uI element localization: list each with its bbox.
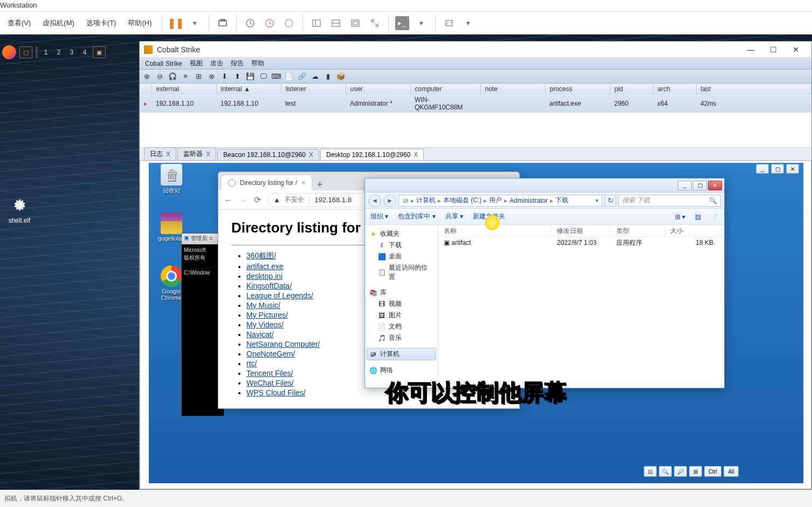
col-user[interactable]: user — [346, 84, 410, 94]
zoom-in-icon[interactable]: 🔎 — [674, 466, 687, 477]
back-button[interactable]: ← — [224, 195, 232, 205]
col-process[interactable]: process — [545, 84, 610, 94]
sidebar-desktop[interactable]: 🟦桌面 — [367, 251, 436, 262]
directory-link[interactable]: OneNoteGem/ — [246, 350, 295, 358]
app-icon[interactable]: ▣ — [93, 46, 106, 58]
workspace-2[interactable]: 2 — [54, 46, 64, 58]
clock-icon[interactable] — [243, 16, 257, 30]
cloud-icon[interactable]: ☁ — [310, 72, 320, 81]
col-pid[interactable]: pid — [610, 84, 653, 94]
cs-menu-report[interactable]: 报告 — [229, 58, 246, 69]
col-internal[interactable]: internal ▲ — [216, 84, 281, 94]
directory-link[interactable]: Navicat/ — [246, 330, 274, 339]
ctrl-button[interactable]: Ctrl — [704, 466, 721, 477]
workspace-3[interactable]: 3 — [67, 46, 77, 58]
package-icon[interactable]: 📦 — [336, 72, 346, 81]
grid-icon[interactable]: ⊞ — [194, 72, 203, 81]
snapshot-icon[interactable] — [216, 16, 230, 30]
target-icon[interactable]: ⊗ — [207, 72, 216, 81]
clock-back-icon[interactable] — [263, 16, 277, 30]
close-icon[interactable]: X — [414, 151, 418, 159]
directory-link[interactable]: 360截图/ — [246, 251, 276, 260]
col-type[interactable]: 类型 — [611, 225, 665, 236]
desktop-icon-shell[interactable]: shell.elf — [3, 196, 36, 224]
minimize-button[interactable]: _ — [678, 181, 692, 190]
tab-desktop[interactable]: Desktop 192.168.1.10@2960X — [320, 149, 424, 160]
fullscreen-icon[interactable] — [348, 16, 362, 30]
layout2-icon[interactable] — [329, 16, 343, 30]
server-icon[interactable]: ▮ — [323, 72, 333, 81]
workspace-4[interactable]: 4 — [80, 46, 90, 58]
firefox-icon[interactable] — [2, 45, 16, 59]
dropdown-icon[interactable]: ▾ — [188, 16, 202, 30]
col-listener[interactable]: listener — [281, 84, 346, 94]
beacon-row[interactable]: ▸ 192.168.1.10 192.168.1.10 test Adminis… — [140, 94, 811, 113]
rd-close[interactable]: ✕ — [786, 164, 799, 174]
keyboard-icon[interactable]: ⌨ — [271, 72, 281, 81]
breadcrumb[interactable]: 🖳 ▸ 计算机▸ 本地磁盘 (C:)▸ 用户▸ Administrator▸ 下… — [398, 195, 602, 207]
all-button[interactable]: All — [724, 466, 739, 477]
vm-menu-view[interactable]: 查看(V) — [2, 16, 36, 30]
network-group[interactable]: 🌐网络 — [367, 365, 436, 376]
directory-link[interactable]: desktop.ini — [246, 272, 283, 280]
file-icon[interactable]: 📄 — [284, 72, 294, 81]
directory-link[interactable]: KingsoftData/ — [246, 282, 292, 290]
directory-link[interactable]: WeChat Files/ — [246, 379, 294, 387]
directory-link[interactable]: My Videos/ — [246, 320, 284, 329]
clock-manage-icon[interactable] — [282, 16, 296, 30]
col-date[interactable]: 修改日期 — [552, 225, 611, 236]
directory-link[interactable]: My Music/ — [246, 301, 280, 310]
save-icon[interactable]: 💾 — [245, 72, 255, 81]
tab-beacon[interactable]: Beacon 192.168.1.10@2960X — [217, 149, 319, 160]
sidebar-videos[interactable]: 🎞视频 — [367, 298, 436, 310]
close-icon[interactable]: X — [309, 151, 313, 159]
col-computer[interactable]: computer — [410, 84, 480, 94]
disconnect-icon[interactable]: ⊖ — [155, 72, 164, 81]
link-icon[interactable]: 🔗 — [297, 72, 307, 81]
col-arch[interactable]: arch — [653, 84, 696, 94]
zoom-fit-icon[interactable]: ⊡ — [644, 466, 657, 477]
workspace-1[interactable]: 1 — [41, 46, 51, 58]
sidebar-music[interactable]: 🎵音乐 — [367, 332, 436, 344]
col-size[interactable]: 大小 — [665, 225, 724, 236]
vm-menu-help[interactable]: 帮助(H) — [122, 16, 157, 30]
tab-log[interactable]: 日志X — [144, 147, 176, 160]
col-note[interactable]: note — [480, 84, 545, 94]
directory-link[interactable]: My Pictures/ — [246, 311, 288, 319]
dropdown-icon[interactable]: ▾ — [415, 16, 429, 30]
cs-menu-attack[interactable]: 攻击 — [208, 58, 225, 69]
reload-button[interactable]: ⟳ — [254, 195, 261, 205]
cs-menu-main[interactable]: Cobalt Strike — [143, 59, 184, 68]
library-group[interactable]: 📚库 — [367, 287, 436, 298]
headset-icon[interactable]: 🎧 — [168, 72, 177, 81]
maximize-button[interactable]: ☐ — [762, 42, 785, 57]
directory-link[interactable]: League of Legends/ — [246, 291, 313, 300]
col-external[interactable]: external — [152, 84, 216, 94]
include-button[interactable]: 包含到库中 ▾ — [398, 212, 435, 221]
share-button[interactable]: 共享 ▾ — [445, 212, 463, 221]
list-icon[interactable]: ≡ — [181, 72, 190, 81]
close-icon[interactable]: × — [301, 179, 305, 187]
vm-menu-vm[interactable]: 虚拟机(M) — [37, 16, 80, 30]
stretch-icon[interactable] — [442, 16, 456, 30]
connect-icon[interactable]: ⊕ — [142, 72, 152, 81]
minimize-button[interactable]: — — [739, 42, 762, 57]
sidebar-pictures[interactable]: 🖼图片 — [367, 310, 436, 321]
zoom-100-icon[interactable]: ⊞ — [689, 466, 702, 477]
maximize-button[interactable]: ▢ — [693, 181, 707, 190]
unity-icon[interactable] — [368, 16, 382, 30]
cs-menu-view[interactable]: 视图 — [188, 58, 205, 69]
browser-tab[interactable]: Directory listing for / × — [222, 175, 312, 190]
directory-link[interactable]: WPS Cloud Files/ — [246, 388, 306, 397]
close-button[interactable]: ✕ — [785, 42, 807, 57]
terminal-icon[interactable]: ▢ — [19, 46, 32, 58]
sidebar-documents[interactable]: 📄文档 — [367, 321, 436, 332]
close-icon[interactable]: X — [206, 150, 210, 158]
sidebar-downloads[interactable]: ⬇下载 — [367, 239, 436, 251]
directory-link[interactable]: rtc/ — [246, 359, 257, 368]
refresh-button[interactable]: ↻ — [604, 195, 616, 207]
recycle-bin[interactable]: 回收站 — [155, 164, 188, 195]
rd-maximize[interactable]: ▢ — [771, 164, 784, 174]
console-icon[interactable]: ▸_ — [395, 16, 409, 30]
file-row[interactable]: ▣ artifact 2022/8/7 1:03 应用程序 18 KB — [438, 237, 724, 249]
